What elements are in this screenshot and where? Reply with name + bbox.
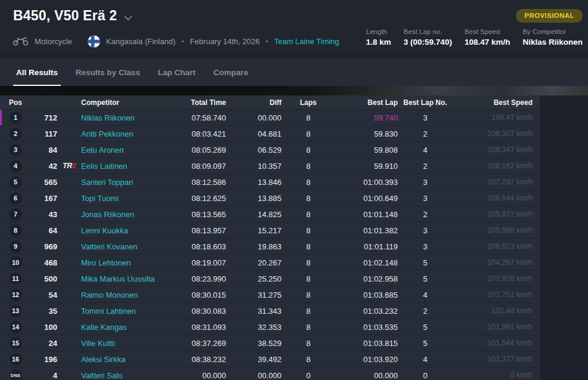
best-lap-no-cell: 5 [398, 258, 453, 267]
competitor-name-link[interactable]: Lenni Kuukka [81, 226, 156, 235]
best-lap-cell: 01:03.920 [335, 355, 398, 364]
table-row[interactable]: 1254Raimo Mononen08:30.01531.275801:03.6… [0, 287, 540, 303]
position-badge: 13 [10, 305, 22, 317]
column-header-competitor: Competitor [81, 98, 156, 107]
class-marker-text: TR [63, 162, 72, 170]
table-row[interactable]: 16196Aleksi Sirkka08:38.23239.492801:03.… [0, 351, 540, 367]
diff-cell: 31.275 [226, 291, 281, 299]
table-row[interactable]: 743Jonas Riikonen08:13.56514.825801:01.1… [0, 206, 540, 223]
pos-cell: 4 [0, 160, 31, 172]
motorcycle-icon [13, 36, 29, 48]
stat-value: Niklas Riikonen [522, 38, 583, 47]
timing-provider-link[interactable]: Team Laine Timing [274, 37, 339, 46]
competitor-name-link[interactable]: Santeri Toppari [81, 178, 156, 187]
position-badge: 5 [10, 176, 22, 189]
best-lap-no-cell: 4 [398, 146, 453, 155]
stat-label: Best Speed [465, 28, 510, 35]
diff-cell: 39.492 [226, 355, 281, 364]
competitor-name-link[interactable]: Valtteri Kovanen [81, 242, 156, 251]
tab-results-by-class[interactable]: Results by Class [67, 58, 149, 86]
total-time-cell: 08:30.083 [156, 307, 226, 316]
pos-cell: 15 [0, 337, 31, 350]
best-speed-cell: 108.162 km/h [453, 162, 533, 170]
position-badge: 10 [10, 257, 22, 269]
competitor-number: 196 [31, 355, 57, 364]
right-gutter [540, 95, 588, 380]
total-time-cell: 08:30.015 [156, 291, 226, 299]
pos-cell: 2 [0, 128, 31, 140]
diff-cell: 04.681 [226, 129, 281, 138]
competitor-name-link[interactable]: Ville Kultti [81, 339, 156, 348]
competitor-name-link[interactable]: Raimo Mononen [81, 291, 156, 299]
provisional-badge: PROVISIONAL [516, 9, 583, 23]
competitor-name-link[interactable]: Eelis Laitinen [81, 162, 156, 171]
competitor-name-link[interactable]: Aleksi Sirkka [81, 355, 156, 364]
total-time-cell: 08:31.093 [156, 323, 226, 332]
tab-lap-chart[interactable]: Lap Chart [149, 58, 205, 86]
best-speed-cell: 108.307 km/h [453, 129, 533, 138]
table-row[interactable]: 14100Kalle Kangas08:31.09332.353801:03.5… [0, 319, 540, 335]
position-badge: 9 [10, 240, 22, 253]
laps-cell: 8 [281, 194, 335, 203]
pos-cell: DNS [0, 369, 31, 380]
pos-cell: 13 [0, 305, 31, 317]
best-lap-cell: 59.830 [335, 129, 398, 138]
table-row[interactable]: 1524Ville Kultti08:37.26938.529801:03.81… [0, 335, 540, 351]
event-meta: Motorcycle Kangasala (Finland) • Februar… [13, 35, 339, 48]
table-row[interactable]: 442TR2Eelis Laitinen08:09.09710.357859.9… [0, 158, 540, 174]
table-row[interactable]: 5565Santeri Toppari08:12.58613.846801:00… [0, 174, 540, 190]
table-row[interactable]: 10468Miro Lehtonen08:19.00720.267801:02.… [0, 255, 540, 271]
laps-cell: 8 [281, 339, 335, 348]
tab-compare[interactable]: Compare [205, 58, 258, 86]
table-row[interactable]: 11500Mika Markus Uussilta08:23.99025.250… [0, 271, 540, 287]
best-speed-cell: 105.972 km/h [453, 210, 533, 218]
diff-cell: 00.000 [226, 371, 281, 380]
competitor-name-link[interactable]: Eetu Aronen [81, 146, 156, 155]
best-speed-cell: 107.297 km/h [453, 178, 533, 186]
column-header-pos: Pos [0, 98, 31, 107]
total-time-cell: 08:38.232 [156, 355, 226, 364]
table-row[interactable]: 9969Valtteri Kovanen08:18.60319.863801:0… [0, 239, 540, 255]
chevron-down-icon[interactable] [124, 13, 132, 23]
competitor-name-link[interactable]: Antti Pekkonen [81, 129, 156, 138]
competitor-name-link[interactable]: Jonas Riikonen [81, 210, 156, 219]
competitor-name-link[interactable]: Valtteri Salo [81, 371, 156, 380]
best-lap-no-cell: 5 [398, 323, 453, 332]
diff-cell: 13.846 [226, 178, 281, 187]
total-time-cell: 08:13.565 [156, 210, 226, 219]
competitor-number: 712 [31, 113, 57, 122]
laps-cell: 8 [281, 323, 335, 332]
laps-cell: 8 [281, 178, 335, 187]
laps-cell: 8 [281, 307, 335, 316]
position-badge: 12 [10, 289, 22, 301]
table-row[interactable]: 2117Antti Pekkonen08:03.42104.681859.830… [0, 126, 540, 142]
pos-cell: 3 [0, 144, 31, 156]
competitor-name-link[interactable]: Niklas Riikonen [81, 113, 156, 122]
competitor-number: 35 [31, 307, 57, 316]
best-lap-no-cell: 3 [398, 113, 453, 122]
pos-cell: 14 [0, 321, 31, 333]
total-time-cell: 08:13.957 [156, 226, 226, 235]
competitor-name-link[interactable]: Mika Markus Uussilta [81, 274, 156, 283]
table-row[interactable]: DNS4Valtteri Salo00.00000.000000.00000 k… [0, 367, 540, 380]
competitor-name-link[interactable]: Miro Lehtonen [81, 258, 156, 267]
competitor-name-link[interactable]: Kalle Kangas [81, 323, 156, 332]
table-row[interactable]: 384Eetu Aronen08:05.26906.529859.8084108… [0, 142, 540, 158]
stat-label: Length [366, 28, 391, 35]
position-badge: 15 [10, 337, 22, 350]
table-row[interactable]: 6167Topi Tuomi08:12.62513.885801:00.6493… [0, 190, 540, 206]
laps-cell: 0 [281, 371, 335, 380]
best-lap-no-cell: 3 [398, 242, 453, 251]
table-row[interactable]: 1712Niklas Riikonen07:58.74000.000859.74… [0, 110, 540, 126]
competitor-name-link[interactable]: Tommi Lahtinen [81, 307, 156, 316]
column-header-best-lap-no: Best Lap No. [398, 98, 453, 107]
diff-cell: 15.217 [226, 226, 281, 235]
best-speed-cell: 108.47 km/h [453, 113, 533, 122]
table-row[interactable]: 1335Tommi Lahtinen08:30.08331.343801:03.… [0, 303, 540, 319]
best-lap-cell: 01:02.958 [335, 274, 398, 283]
table-row[interactable]: 864Lenni Kuukka08:13.95715.217801:01.382… [0, 223, 540, 239]
competitor-name-link[interactable]: Topi Tuomi [81, 194, 156, 203]
best-lap-cell: 01:00.649 [335, 194, 398, 203]
competitor-number: 468 [31, 258, 57, 267]
tab-all-results[interactable]: All Results [7, 58, 67, 86]
